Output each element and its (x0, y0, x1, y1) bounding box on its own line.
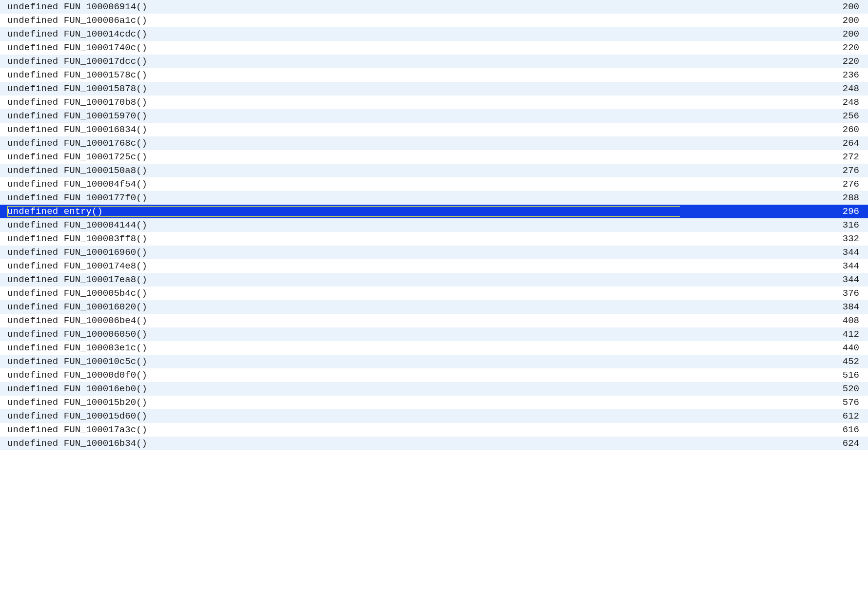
function-size: 296 (680, 206, 863, 217)
function-size: 288 (680, 192, 863, 203)
function-row[interactable]: undefined FUN_100004144()316 (0, 218, 868, 232)
function-name-cell: undefined FUN_1000150a8() (7, 165, 680, 176)
function-row[interactable]: undefined FUN_100006050()412 (0, 327, 868, 341)
function-name: FUN_100015878() (64, 83, 147, 94)
function-row[interactable]: undefined FUN_100003ff8()332 (0, 232, 868, 246)
function-size: 408 (680, 315, 863, 326)
function-size: 256 (680, 111, 863, 121)
function-row[interactable]: undefined FUN_100016eb0()520 (0, 382, 868, 396)
function-name: FUN_100006050() (64, 329, 147, 340)
function-row[interactable]: undefined FUN_100017dcc()220 (0, 55, 868, 68)
function-name-cell: undefined FUN_100005b4c() (7, 288, 680, 299)
function-row[interactable]: undefined FUN_1000174e8()344 (0, 259, 868, 273)
function-name: FUN_100017dcc() (64, 56, 147, 67)
function-name-cell: undefined FUN_100006050() (7, 329, 680, 340)
return-type: undefined (7, 370, 58, 381)
function-row[interactable]: undefined FUN_10001578c()236 (0, 68, 868, 82)
return-type: undefined (7, 247, 58, 258)
function-row[interactable]: undefined FUN_10001725c()272 (0, 150, 868, 164)
function-row[interactable]: undefined FUN_1000170b8()248 (0, 96, 868, 109)
return-type: undefined (7, 111, 58, 121)
function-size: 516 (680, 370, 863, 381)
function-row[interactable]: undefined FUN_100017a3c()616 (0, 423, 868, 437)
function-size: 616 (680, 424, 863, 435)
return-type: undefined (7, 97, 58, 108)
function-size: 248 (680, 83, 863, 94)
function-name-cell: undefined FUN_100016960() (7, 247, 680, 258)
function-name-cell: undefined FUN_100015b20() (7, 397, 680, 408)
return-type: undefined (7, 356, 58, 367)
return-type: undefined (7, 261, 58, 271)
return-type: undefined (7, 233, 58, 244)
function-name: entry() (64, 206, 103, 217)
return-type: undefined (7, 302, 58, 312)
function-size: 344 (680, 274, 863, 285)
return-type: undefined (7, 179, 58, 190)
function-row[interactable]: undefined FUN_100015b20()576 (0, 396, 868, 409)
function-name: FUN_10000d0f0() (64, 370, 147, 381)
function-row[interactable]: undefined FUN_100015970()256 (0, 109, 868, 123)
function-name-cell: undefined FUN_10001740c() (7, 42, 680, 53)
function-row[interactable]: undefined FUN_100014cdc()200 (0, 27, 868, 41)
function-row[interactable]: undefined FUN_100016834()260 (0, 123, 868, 136)
function-row[interactable]: undefined FUN_100016b34()624 (0, 437, 868, 450)
function-row[interactable]: undefined FUN_100004f54()276 (0, 177, 868, 191)
function-row[interactable]: undefined FUN_100015d60()612 (0, 409, 868, 423)
function-name: FUN_100004144() (64, 220, 147, 230)
function-name: FUN_10001725c() (64, 152, 147, 162)
function-name: FUN_100004f54() (64, 179, 147, 190)
function-row[interactable]: undefined entry()296 (0, 205, 868, 218)
function-name: FUN_100016020() (64, 302, 147, 312)
function-row[interactable]: undefined FUN_100006be4()408 (0, 314, 868, 327)
function-size: 332 (680, 233, 863, 244)
function-name-cell: undefined FUN_10001578c() (7, 70, 680, 80)
function-row[interactable]: undefined FUN_100016020()384 (0, 300, 868, 314)
function-row[interactable]: undefined FUN_1000150a8()276 (0, 164, 868, 177)
return-type: undefined (7, 192, 58, 203)
function-size: 520 (680, 383, 863, 394)
function-size: 200 (680, 15, 863, 26)
function-name-cell: undefined FUN_100003ff8() (7, 233, 680, 244)
function-row[interactable]: undefined FUN_100010c5c()452 (0, 355, 868, 368)
function-name-cell: undefined FUN_10001725c() (7, 152, 680, 162)
function-name: FUN_1000174e8() (64, 261, 147, 271)
function-row[interactable]: undefined FUN_10001740c()220 (0, 41, 868, 55)
return-type: undefined (7, 152, 58, 162)
function-row[interactable]: undefined FUN_100017ea8()344 (0, 273, 868, 287)
function-size: 384 (680, 302, 863, 312)
function-row[interactable]: undefined FUN_1000177f0()288 (0, 191, 868, 205)
function-name: FUN_100010c5c() (64, 356, 147, 367)
function-name-cell: undefined FUN_100015d60() (7, 411, 680, 421)
function-name: FUN_1000177f0() (64, 192, 147, 203)
function-row[interactable]: undefined FUN_100016960()344 (0, 246, 868, 259)
function-name: FUN_100006914() (64, 1, 147, 12)
function-row[interactable]: undefined FUN_100006a1c()200 (0, 14, 868, 27)
function-name: FUN_100016eb0() (64, 383, 147, 394)
function-name-cell: undefined FUN_100017dcc() (7, 56, 680, 67)
function-size: 344 (680, 247, 863, 258)
function-row[interactable]: undefined FUN_10001768c()264 (0, 136, 868, 150)
return-type: undefined (7, 315, 58, 326)
function-name-cell: undefined FUN_10000d0f0() (7, 370, 680, 381)
return-type: undefined (7, 411, 58, 421)
function-row[interactable]: undefined FUN_100015878()248 (0, 82, 868, 96)
function-row[interactable]: undefined FUN_100005b4c()376 (0, 287, 868, 300)
function-list[interactable]: undefined FUN_100006914()200undefined FU… (0, 0, 868, 450)
function-row[interactable]: undefined FUN_10000d0f0()516 (0, 368, 868, 382)
function-name-cell: undefined FUN_100016834() (7, 124, 680, 135)
function-row[interactable]: undefined FUN_100006914()200 (0, 0, 868, 14)
return-type: undefined (7, 1, 58, 12)
return-type: undefined (7, 165, 58, 176)
return-type: undefined (7, 288, 58, 299)
function-row[interactable]: undefined FUN_100003e1c()440 (0, 341, 868, 355)
function-name-cell: undefined FUN_100006a1c() (7, 15, 680, 26)
return-type: undefined (7, 274, 58, 285)
return-type: undefined (7, 83, 58, 94)
function-name-cell: undefined FUN_100004f54() (7, 179, 680, 190)
return-type: undefined (7, 42, 58, 53)
function-name: FUN_100003ff8() (64, 233, 147, 244)
return-type: undefined (7, 56, 58, 67)
function-size: 276 (680, 179, 863, 190)
function-name: FUN_100014cdc() (64, 29, 147, 39)
function-size: 220 (680, 42, 863, 53)
